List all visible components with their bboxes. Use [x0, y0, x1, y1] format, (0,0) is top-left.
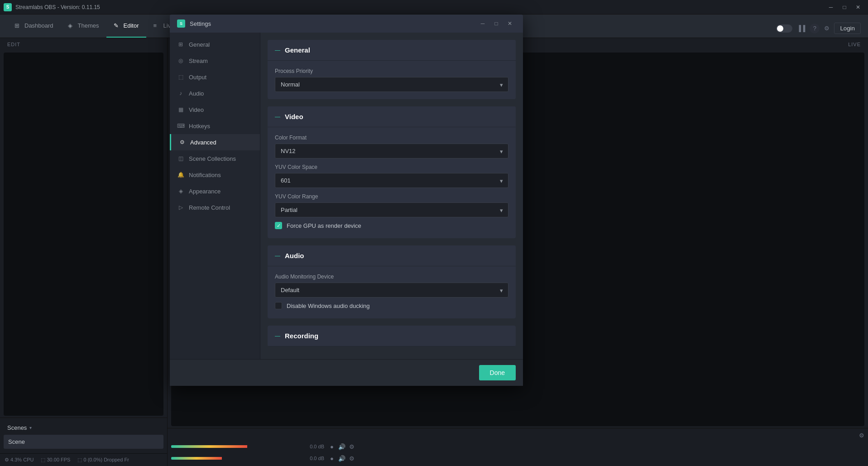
audio-meter-1 — [171, 445, 298, 448]
scene-item[interactable]: Scene — [4, 435, 163, 449]
sidebar-item-remote-control[interactable]: ▷ Remote Control — [170, 199, 260, 216]
scenes-dropdown-icon[interactable]: ▾ — [29, 425, 32, 430]
settings-window-controls: ─ □ ✕ — [477, 19, 516, 29]
sidebar-label-remote-control: Remote Control — [189, 204, 230, 211]
close-button[interactable]: ✕ — [852, 2, 864, 12]
yuv-space-select[interactable]: 601 709 sRGB — [275, 173, 508, 188]
bar-chart-icon[interactable]: ▐▐ — [797, 25, 805, 32]
nav-item-dashboard[interactable]: ⊞ Dashboard — [7, 14, 61, 38]
nav-item-themes[interactable]: ◈ Themes — [61, 14, 106, 38]
settings-footer: Done — [170, 359, 523, 386]
yuv-space-wrapper: 601 709 sRGB — [275, 173, 508, 188]
force-gpu-checkmark: ✓ — [277, 223, 281, 229]
settings-sidebar: ⊞ General ◎ Stream ⬚ Output ♪ Audio ▦ — [170, 33, 260, 359]
audio-gear-btn-2[interactable]: ⚙ — [348, 454, 356, 462]
audio-settings-icon[interactable]: ⚙ — [859, 432, 864, 439]
force-gpu-label: Force GPU as render device — [287, 222, 361, 229]
audio-section-header: — Audio — [268, 245, 516, 266]
dashboard-icon: ⊞ — [14, 22, 22, 29]
audio-section-title: Audio — [285, 252, 304, 259]
yuv-range-select[interactable]: Partial Full — [275, 202, 508, 217]
audio-controls-1: ● 🔊 ⚙ — [328, 442, 356, 451]
done-button[interactable]: Done — [479, 365, 516, 380]
yuv-space-label: YUV Color Space — [275, 164, 508, 170]
general-collapse-icon[interactable]: — — [275, 47, 280, 53]
remote-control-icon: ▷ — [177, 204, 184, 211]
general-section: — General Process Priority Normal Above … — [268, 40, 516, 99]
sidebar-item-output[interactable]: ⬚ Output — [170, 69, 260, 85]
scenes-header: Scenes ▾ — [4, 422, 163, 434]
appearance-icon: ◈ — [177, 187, 184, 195]
process-priority-label: Process Priority — [275, 68, 508, 74]
help-icon[interactable]: ? — [810, 24, 820, 34]
yuv-range-wrapper: Partial Full — [275, 202, 508, 217]
output-icon: ⬚ — [177, 73, 184, 81]
audio-circle-btn-2[interactable]: ● — [328, 454, 336, 462]
sidebar-label-audio: Audio — [189, 90, 204, 97]
settings-body: ⊞ General ◎ Stream ⬚ Output ♪ Audio ▦ — [170, 33, 523, 359]
sidebar-label-stream: Stream — [189, 58, 208, 64]
audio-row-1: 0.0 dB ● 🔊 ⚙ — [171, 441, 864, 452]
monitoring-wrapper: Default — [275, 283, 508, 298]
title-bar: S Streamlabs OBS - Version: 0.11.15 ─ □ … — [0, 0, 868, 14]
settings-close-btn[interactable]: ✕ — [504, 19, 516, 29]
settings-title-bar: S Settings ─ □ ✕ — [170, 14, 523, 33]
editor-icon: ✎ — [114, 22, 121, 29]
yuv-range-label: YUV Color Range — [275, 193, 508, 200]
sidebar-item-appearance[interactable]: ◈ Appearance — [170, 183, 260, 199]
color-format-select[interactable]: NV12 I420 I444 RGB — [275, 144, 508, 159]
sidebar-item-advanced[interactable]: ⚙ Advanced — [170, 134, 260, 150]
sidebar-item-scene-collections[interactable]: ◫ Scene Collections — [170, 150, 260, 167]
sidebar-item-stream[interactable]: ◎ Stream — [170, 53, 260, 69]
audio-meter-2 — [171, 457, 298, 460]
process-priority-select[interactable]: Normal Above Normal High Below Normal Lo… — [275, 77, 508, 92]
recording-section: — Recording — [268, 326, 516, 346]
notifications-icon: 🔔 — [177, 171, 184, 178]
maximize-button[interactable]: □ — [838, 2, 851, 12]
recording-collapse-icon[interactable]: — — [275, 333, 280, 339]
force-gpu-checkbox[interactable]: ✓ — [275, 222, 282, 229]
recording-section-header: — Recording — [268, 326, 516, 346]
audio-collapse-icon[interactable]: — — [275, 253, 280, 259]
settings-minimize-btn[interactable]: ─ — [477, 19, 489, 29]
color-format-label: Color Format — [275, 135, 508, 141]
audio-circle-btn-1[interactable]: ● — [328, 442, 336, 451]
audio-icon: ♪ — [177, 90, 184, 97]
audio-controls-2: ● 🔊 ⚙ — [328, 454, 356, 462]
sidebar-item-general[interactable]: ⊞ General — [170, 36, 260, 53]
hotkeys-icon: ⌨ — [177, 122, 184, 130]
sidebar-label-scene-collections: Scene Collections — [189, 155, 236, 162]
editor-label: EDIT — [0, 38, 167, 51]
video-section-title: Video — [285, 113, 303, 120]
nav-item-editor[interactable]: ✎ Editor — [106, 14, 146, 38]
scenes-label: Scenes — [7, 424, 27, 431]
video-icon: ▦ — [177, 106, 184, 113]
general-icon: ⊞ — [177, 41, 184, 48]
sidebar-item-audio[interactable]: ♪ Audio — [170, 85, 260, 101]
sidebar-label-general: General — [189, 41, 210, 48]
sidebar-item-hotkeys[interactable]: ⌨ Hotkeys — [170, 118, 260, 134]
app-icon: S — [4, 3, 12, 11]
audio-gear-btn-1[interactable]: ⚙ — [348, 442, 356, 451]
sidebar-item-video[interactable]: ▦ Video — [170, 101, 260, 118]
settings-maximize-btn[interactable]: □ — [490, 19, 502, 29]
login-button[interactable]: Login — [834, 23, 861, 34]
color-format-wrapper: NV12 I420 I444 RGB — [275, 144, 508, 159]
stream-icon: ◎ — [177, 57, 184, 64]
video-collapse-icon[interactable]: — — [275, 114, 280, 120]
audio-settings-section: — Audio Audio Monitoring Device Default — [268, 245, 516, 318]
recording-section-title: Recording — [285, 332, 318, 340]
audio-section-body: Audio Monitoring Device Default Disable … — [268, 266, 516, 318]
stream-toggle[interactable] — [776, 24, 792, 33]
settings-icon[interactable]: ⚙ — [824, 25, 830, 32]
monitoring-label: Audio Monitoring Device — [275, 274, 508, 280]
sidebar-item-notifications[interactable]: 🔔 Notifications — [170, 167, 260, 183]
video-section-body: Color Format NV12 I420 I444 RGB YUV Colo… — [268, 127, 516, 238]
audio-mute-btn-1[interactable]: 🔊 — [338, 442, 346, 451]
sidebar-label-video: Video — [189, 106, 204, 113]
audio-mute-btn-2[interactable]: 🔊 — [338, 454, 346, 462]
ducking-checkbox[interactable] — [275, 302, 282, 309]
left-panel: EDIT Scenes ▾ Scene ⚙ 4.3% CPU ⬚ 30.00 F… — [0, 38, 168, 466]
monitoring-select[interactable]: Default — [275, 283, 508, 298]
minimize-button[interactable]: ─ — [825, 2, 837, 12]
